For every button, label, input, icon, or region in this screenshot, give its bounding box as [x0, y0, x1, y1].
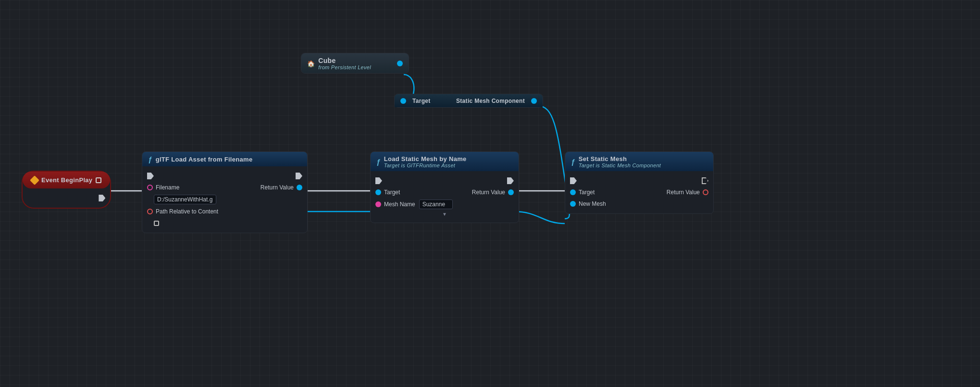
target-pin-set	[570, 189, 576, 195]
event-node-header: Event BeginPlay	[23, 172, 110, 188]
mesh-name-input[interactable]	[419, 200, 453, 209]
load-subtitle: Target is GlTFRuntime Asset	[384, 162, 467, 168]
exec-out-set-hollow	[702, 177, 708, 184]
target-row-load: Target Return Value	[371, 187, 519, 198]
event-title: Event BeginPlay	[41, 176, 92, 184]
load-static-mesh-node: ƒ Load Static Mesh by Name Target is GlT…	[370, 151, 519, 223]
filename-input-row	[142, 193, 307, 206]
expand-arrow[interactable]: ▼	[371, 211, 519, 219]
target-row-set: Target Return Value	[565, 187, 713, 198]
cube-header-text: Cube from Persistent Level	[318, 57, 371, 70]
filename-pin	[147, 185, 153, 190]
get-static-mesh-node: Target Static Mesh Component	[394, 94, 543, 108]
path-label: Path Relative to Content	[156, 208, 218, 215]
path-checkbox[interactable]	[154, 221, 159, 226]
cube-header: 🏠 Cube from Persistent Level	[301, 53, 409, 73]
diamond-icon	[30, 175, 39, 185]
exec-out-pin	[99, 195, 105, 201]
target-pin-smc	[400, 98, 406, 104]
gltf-load-node: ƒ glTF Load Asset from Filename Filename…	[142, 151, 308, 233]
set-title: Set Static Mesh	[579, 155, 661, 162]
target-label-set: Target	[579, 189, 595, 196]
func-icon-load: ƒ	[376, 158, 381, 166]
exec-row	[23, 192, 110, 204]
return-label-set: Return Value	[667, 189, 700, 196]
mesh-name-pin	[375, 201, 381, 207]
exec-in-gltf	[147, 173, 154, 179]
new-mesh-row: New Mesh	[565, 198, 713, 210]
return-pin-set	[703, 189, 708, 195]
cube-house-icon: 🏠	[307, 60, 315, 67]
return-pin-load	[508, 189, 514, 195]
exec-row-set	[565, 175, 713, 187]
path-relative-row: Path Relative to Content	[142, 206, 307, 217]
return-value-label: Return Value	[261, 184, 294, 191]
cube-subtitle: from Persistent Level	[318, 64, 371, 70]
filename-label: Filename	[156, 184, 179, 191]
event-body	[23, 188, 110, 208]
cube-ref-node: 🏠 Cube from Persistent Level	[301, 53, 409, 74]
exec-in-load	[375, 177, 382, 184]
target-label-load: Target	[384, 189, 400, 196]
new-mesh-pin	[570, 201, 576, 207]
gltf-header: ƒ glTF Load Asset from Filename	[142, 152, 307, 166]
set-static-mesh-header: ƒ Set Static Mesh Target is Static Mesh …	[565, 152, 713, 171]
cube-title: Cube	[318, 57, 371, 64]
load-body: Target Return Value Mesh Name ▼	[371, 171, 519, 223]
mesh-name-label: Mesh Name	[384, 201, 415, 208]
exec-out-gltf	[296, 173, 302, 179]
return-value-pin-gltf	[297, 185, 302, 190]
mesh-name-row: Mesh Name	[371, 198, 519, 211]
func-icon-gltf: ƒ	[148, 155, 152, 163]
event-output-pin	[96, 177, 101, 183]
cube-out-pin	[397, 61, 403, 66]
get-static-mesh-header: Target Static Mesh Component	[395, 94, 543, 107]
load-title: Load Static Mesh by Name	[384, 155, 467, 162]
gltf-title: glTF Load Asset from Filename	[156, 156, 253, 163]
gltf-body: Filename Return Value Path Relative to C…	[142, 166, 307, 233]
exec-out-load	[507, 177, 514, 184]
path-pin	[147, 209, 153, 214]
event-begin-play-node: Event BeginPlay	[22, 171, 111, 209]
filename-input[interactable]	[154, 195, 216, 204]
exec-in-set	[570, 177, 577, 184]
exec-row-gltf	[142, 170, 307, 182]
static-mesh-comp-label: Static Mesh Component	[456, 98, 525, 104]
load-static-mesh-header: ƒ Load Static Mesh by Name Target is GlT…	[371, 152, 519, 171]
set-static-mesh-node: ƒ Set Static Mesh Target is Static Mesh …	[565, 151, 714, 214]
target-label-smc: Target	[412, 98, 431, 104]
set-body: Target Return Value New Mesh	[565, 171, 713, 213]
func-icon-set: ƒ	[571, 158, 575, 166]
return-label-load: Return Value	[472, 189, 505, 196]
target-pin-load	[375, 189, 381, 195]
new-mesh-label: New Mesh	[579, 200, 606, 207]
path-checkbox-row	[142, 217, 307, 229]
exec-row-load	[371, 175, 519, 187]
static-mesh-comp-pin	[531, 98, 537, 104]
set-subtitle: Target is Static Mesh Component	[579, 162, 661, 168]
filename-row: Filename Return Value	[142, 182, 307, 193]
